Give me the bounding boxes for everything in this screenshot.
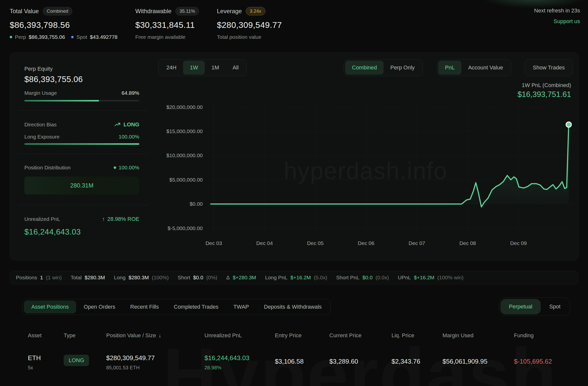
metric-pnl-button[interactable]: PnL: [438, 61, 461, 75]
col-entry-price: Entry Price: [275, 332, 329, 339]
summary-delta: Δ $+280.3M: [226, 275, 256, 281]
support-us-link[interactable]: Support us: [534, 18, 580, 25]
table-tabbar: Asset Positions Open Orders Recent Fills…: [22, 299, 331, 315]
col-current-price: Current Price: [329, 332, 392, 339]
long-exposure-value: 100.00%: [119, 134, 139, 140]
summary-long-pnl: Long PnL $+16.2M (5.0x): [265, 275, 327, 281]
cell-unrealized-pnl: $16,244,643.03 28.98%: [204, 354, 275, 371]
svg-text:Dec 09: Dec 09: [510, 240, 527, 246]
margin-usage-value: 64.89%: [122, 90, 139, 96]
total-value: $86,393,798.56: [10, 20, 118, 30]
cell-current-price: $3,289.60: [329, 358, 392, 365]
hyperdash-dashboard: Total Value Combined $86,393,798.56 Perp…: [0, 0, 588, 386]
svg-text:$10,000,000.00: $10,000,000.00: [166, 152, 203, 158]
sort-desc-icon: ↓: [158, 332, 161, 339]
long-exposure-fill: [24, 143, 139, 145]
mode-perp-only-button[interactable]: Perp Only: [384, 61, 421, 75]
svg-text:Dec 04: Dec 04: [256, 240, 273, 246]
tab-twap[interactable]: TWAP: [226, 300, 256, 313]
table-row[interactable]: ETH 5x LONG $280,309,549.77 85,001.53 ET…: [28, 354, 578, 371]
tab-deposits-withdrawals[interactable]: Deposits & Withdrawals: [256, 300, 329, 313]
chart-summary-label: 1W PnL (Combined): [522, 82, 571, 89]
panel-divider: [18, 205, 149, 205]
long-exposure-label: Long Exposure: [24, 134, 59, 140]
summary-short: Short $0.0 (0%): [178, 275, 217, 281]
cell-type: LONG: [64, 354, 106, 366]
range-1w-button[interactable]: 1W: [183, 61, 205, 75]
withdrawable-pct-badge: 35.11%: [175, 7, 199, 15]
margin-usage-bar: [24, 100, 139, 101]
svg-text:$15,000,000.00: $15,000,000.00: [166, 128, 203, 134]
tab-asset-positions[interactable]: Asset Positions: [24, 300, 76, 313]
market-toggle: Perpetual Spot: [499, 297, 570, 316]
summary-upnl: UPnL $+16.2M (100% win): [398, 275, 464, 281]
chart-summary-value: $16,393,751.61: [518, 90, 571, 99]
leverage-metric: Leverage 3.24x $280,309,549.77 Total pos…: [217, 7, 282, 40]
svg-text:$-5,000,000.00: $-5,000,000.00: [168, 225, 203, 231]
account-mode-group: Combined Perp Only: [344, 59, 423, 76]
position-distribution-label: Position Distribution: [24, 165, 71, 171]
trend-up-icon: [114, 122, 121, 127]
total-value-metric: Total Value Combined $86,393,798.56 Perp…: [10, 7, 118, 40]
overview-card: Perp Equity $86,393,755.06 Margin Usage …: [10, 52, 579, 260]
col-position-value[interactable]: Position Value / Size ↓: [106, 332, 204, 339]
positions-summary-bar: Positions 1 (1 win) Total $280.3M Long $…: [10, 271, 578, 284]
market-spot-button[interactable]: Spot: [541, 299, 569, 314]
col-funding: Funding: [514, 332, 578, 339]
col-unrealized-pnl: Unrealized PnL: [204, 332, 275, 339]
total-value-label: Total Value: [10, 8, 39, 15]
perp-label: Perp: [15, 34, 26, 40]
mode-combined-button[interactable]: Combined: [345, 61, 384, 75]
svg-text:Dec 07: Dec 07: [409, 240, 425, 246]
cell-asset: ETH 5x: [28, 354, 64, 371]
withdrawable-label: Withdrawable: [135, 8, 171, 15]
leverage-value: $280,309,549.77: [217, 20, 282, 30]
summary-total: Total $280.3M: [71, 275, 105, 281]
col-liq-price: Liq. Price: [392, 332, 442, 339]
leverage-badge: 3.24x: [246, 7, 265, 15]
direction-bias-label: Direction Bias: [24, 122, 57, 128]
svg-text:Dec 06: Dec 06: [358, 240, 375, 246]
summary-short-pnl: Short PnL $0.0 (0.0x): [336, 275, 389, 281]
perp-equity-label: Perp Equity: [24, 66, 53, 72]
roe-value: 28.98% ROE: [107, 216, 139, 222]
col-type: Type: [64, 332, 106, 339]
top-glow-decoration: [481, 0, 586, 8]
margin-usage-fill: [24, 100, 99, 101]
range-1m-button[interactable]: 1M: [205, 61, 226, 75]
cell-entry-price: $3,106.58: [275, 358, 329, 365]
tab-open-orders[interactable]: Open Orders: [76, 300, 123, 313]
panel-divider: [18, 154, 149, 154]
show-trades-group: Show Trades: [525, 59, 573, 76]
unrealized-pnl-label: Unrealized PnL: [24, 216, 60, 222]
svg-text:$20,000,000.00: $20,000,000.00: [166, 104, 203, 110]
perp-equity-value: $86,393,755.06: [24, 75, 83, 84]
direction-bias-value: LONG: [123, 121, 139, 128]
asset-positions-table: Asset Type Position Value / Size ↓ Unrea…: [10, 332, 578, 371]
metric-group: PnL Account Value: [437, 59, 511, 76]
pnl-chart[interactable]: $20,000,000.00$15,000,000.00$10,000,000.…: [149, 100, 580, 254]
svg-text:$0.00: $0.00: [190, 201, 203, 207]
tab-completed-trades[interactable]: Completed Trades: [166, 300, 226, 313]
svg-text:Dec 08: Dec 08: [459, 240, 476, 246]
leverage-sub: Total position value: [217, 34, 261, 40]
metric-account-value-button[interactable]: Account Value: [461, 61, 510, 75]
table-header-row: Asset Type Position Value / Size ↓ Unrea…: [28, 332, 578, 339]
range-24h-button[interactable]: 24H: [160, 61, 183, 75]
summary-long: Long $280.3M (100%): [114, 275, 169, 281]
unrealized-pnl-value: $16,244,643.03: [24, 227, 81, 237]
market-perpetual-button[interactable]: Perpetual: [500, 299, 541, 314]
cell-margin-used: $56,061,909.95: [442, 358, 514, 365]
withdrawable-metric: Withdrawable 35.11% $30,331,845.11 Free …: [135, 7, 199, 40]
perp-value: $86,393,755.06: [29, 34, 65, 40]
arrow-up-icon: ↑: [102, 216, 105, 222]
range-all-button[interactable]: All: [226, 61, 245, 75]
panel-divider: [18, 110, 149, 111]
summary-positions: Positions 1 (1 win): [16, 275, 62, 281]
tab-recent-fills[interactable]: Recent Fills: [123, 300, 166, 313]
withdrawable-sub: Free margin available: [135, 34, 186, 40]
svg-text:$5,000,000.00: $5,000,000.00: [169, 177, 203, 183]
spot-dot-icon: [71, 36, 74, 38]
show-trades-button[interactable]: Show Trades: [526, 61, 571, 75]
withdrawable-value: $30,331,845.11: [135, 20, 199, 30]
